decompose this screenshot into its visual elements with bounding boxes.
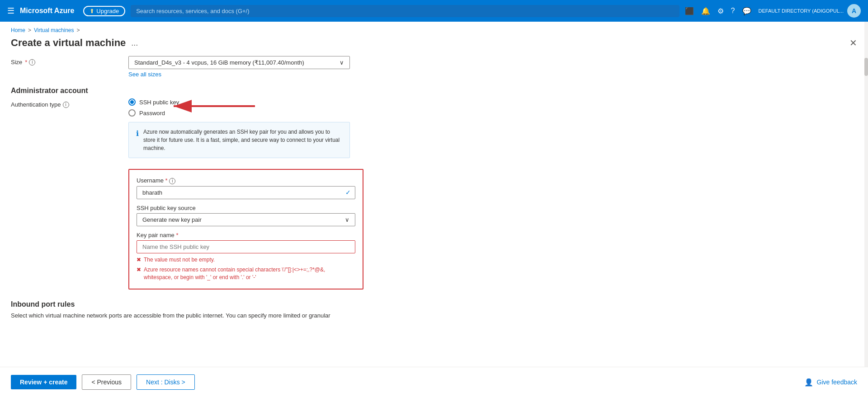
validation-box: Username * i ✓ SSH public key source [128, 169, 363, 290]
ssh-source-row: SSH public key source Generate new key p… [137, 205, 355, 226]
search-input[interactable] [131, 5, 679, 17]
username-info-icon[interactable]: i [169, 178, 175, 184]
validation-section-row: Username * i ✓ SSH public key source [11, 165, 396, 290]
size-label: Size * i [11, 56, 128, 65]
main-content: Size * i Standard_D4s_v3 - 4 vcpus, 16 G… [0, 56, 407, 319]
upgrade-button[interactable]: ⬆ Upgrade [83, 6, 125, 16]
size-dropdown[interactable]: Standard_D4s_v3 - 4 vcpus, 16 GiB memory… [128, 56, 350, 69]
info-box-text: Azure now automatically generates an SSH… [143, 128, 342, 152]
username-required: * [165, 177, 168, 184]
help-icon[interactable]: ? [731, 7, 735, 15]
validation-label-spacer [11, 165, 128, 168]
page-title: Create a virtual machine [11, 37, 126, 49]
inbound-section: Inbound port rules Select which virtual … [11, 300, 396, 319]
username-check-icon: ✓ [345, 189, 351, 196]
settings-icon[interactable]: ⚙ [717, 7, 724, 15]
breadcrumb-home[interactable]: Home [11, 27, 25, 33]
password-label: Password [139, 110, 165, 117]
navbar-icons: ⬛ 🔔 ⚙ ? 💬 DEFAULT DIRECTORY (ADIGOPUL...… [685, 4, 861, 18]
page-header: Create a virtual machine ... ✕ [0, 33, 868, 56]
scrollbar-track[interactable] [864, 22, 868, 319]
ssh-source-chevron-icon: ∨ [345, 216, 349, 223]
upgrade-icon: ⬆ [90, 8, 94, 14]
key-pair-row: Key pair name * ✖ The value must not be … [137, 232, 355, 281]
breadcrumb: Home > Virtual machines > [0, 22, 868, 33]
size-control: Standard_D4s_v3 - 4 vcpus, 16 GiB memory… [128, 56, 396, 78]
navbar: ☰ Microsoft Azure ⬆ Upgrade ⬛ 🔔 ⚙ ? 💬 DE… [0, 0, 868, 22]
validation-box-col: Username * i ✓ SSH public key source [128, 165, 396, 290]
breadcrumb-sep1: > [28, 27, 31, 33]
size-value: Standard_D4s_v3 - 4 vcpus, 16 GiB memory… [134, 59, 304, 66]
username-label: Username * i [137, 177, 355, 184]
breadcrumb-sep2: > [77, 27, 80, 33]
auth-type-control: SSH public key Password ℹ Azur [128, 98, 396, 158]
breadcrumb-virtual-machines[interactable]: Virtual machines [34, 27, 74, 33]
username-input[interactable] [137, 186, 355, 199]
size-required: * [25, 59, 27, 65]
ssh-info-box: ℹ Azure now automatically generates an S… [128, 122, 350, 158]
error-icon-1: ✖ [137, 256, 141, 264]
inbound-desc: Select which virtual machine network por… [11, 312, 396, 319]
scrollbar-thumb[interactable] [864, 58, 868, 76]
username-input-wrapper: ✓ [137, 186, 355, 199]
size-info-icon[interactable]: i [29, 59, 35, 65]
ssh-source-value: Generate new key pair [142, 216, 202, 223]
brand-logo: Microsoft Azure [20, 7, 74, 15]
info-box-icon: ℹ [136, 128, 139, 152]
annotation-arrow [165, 99, 255, 113]
upgrade-label: Upgrade [96, 8, 119, 14]
username-row: Username * i ✓ [137, 177, 355, 199]
feedback-icon[interactable]: 💬 [742, 7, 751, 15]
size-chevron-icon: ∨ [340, 59, 344, 66]
key-pair-required: * [176, 232, 178, 238]
size-row: Size * i Standard_D4s_v3 - 4 vcpus, 16 G… [11, 56, 396, 78]
inbound-title: Inbound port rules [11, 300, 396, 308]
admin-account-header: Administrator account [11, 87, 396, 95]
ssh-source-label: SSH public key source [137, 205, 355, 211]
see-all-sizes-link[interactable]: See all sizes [128, 71, 396, 78]
key-pair-input[interactable] [137, 240, 355, 253]
auth-type-row: Authentication type i SSH public key Pas… [11, 98, 396, 158]
notifications-icon[interactable]: 🔔 [701, 7, 710, 15]
error-msg-2: ✖ Azure resource names cannot contain sp… [137, 266, 355, 281]
key-pair-label: Key pair name * [137, 232, 355, 238]
user-label: DEFAULT DIRECTORY (ADIGOPUL... [759, 8, 844, 14]
page-title-menu[interactable]: ... [131, 38, 138, 48]
hamburger-icon[interactable]: ☰ [7, 6, 14, 16]
user-profile[interactable]: DEFAULT DIRECTORY (ADIGOPUL... A [759, 4, 861, 18]
password-radio[interactable] [128, 109, 136, 117]
cloud-shell-icon[interactable]: ⬛ [685, 7, 694, 15]
auth-type-label: Authentication type i [11, 98, 128, 108]
error-icon-2: ✖ [137, 266, 141, 274]
ssh-source-dropdown[interactable]: Generate new key pair ∨ [137, 213, 355, 226]
error-msg-1: ✖ The value must not be empty. [137, 256, 355, 264]
auth-type-info-icon[interactable]: i [63, 102, 69, 108]
avatar: A [847, 4, 861, 18]
close-button[interactable]: ✕ [849, 37, 857, 48]
ssh-public-key-radio[interactable] [128, 98, 136, 106]
